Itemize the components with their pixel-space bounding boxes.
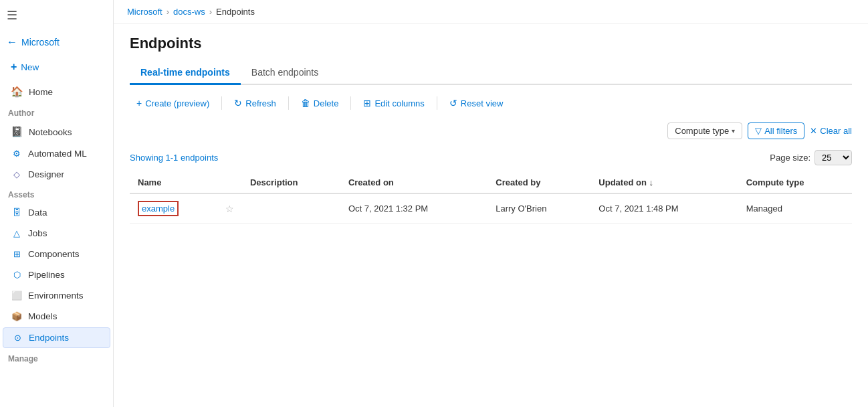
toolbar-sep-2 <box>288 96 289 110</box>
col-header-updated-on[interactable]: Updated on ↓ <box>590 172 738 193</box>
col-header-created-on: Created on <box>340 172 487 193</box>
page-size-select[interactable]: 25 50 100 <box>815 150 852 165</box>
refresh-icon: ↻ <box>234 98 242 108</box>
models-label: Models <box>28 311 58 321</box>
delete-icon: 🗑 <box>301 98 310 108</box>
col-header-compute-type: Compute type <box>738 172 852 193</box>
sidebar-item-designer[interactable]: ◇ Designer <box>3 165 110 184</box>
manage-section-label: Manage <box>0 349 113 366</box>
hamburger-icon: ☰ <box>7 8 17 23</box>
hamburger-menu[interactable]: ☰ <box>0 0 113 31</box>
sidebar-item-environments[interactable]: ⬜ Environments <box>3 286 110 305</box>
sidebar-item-models[interactable]: 📦 Models <box>3 307 110 326</box>
main-content: Microsoft › docs-ws › Endpoints Endpoint… <box>114 0 868 407</box>
tab-batch-label: Batch endpoints <box>251 67 318 78</box>
edit-columns-icon: ⊞ <box>363 98 371 108</box>
designer-label: Designer <box>28 169 64 179</box>
delete-button[interactable]: 🗑 Delete <box>294 94 346 112</box>
row-star-cell: ☆ <box>217 193 242 224</box>
jobs-label: Jobs <box>28 228 47 238</box>
delete-label: Delete <box>314 98 339 108</box>
endpoints-table: Name Description Created on Created by <box>130 172 852 224</box>
table-row: example ☆ Oct 7, 2021 1:32 PM Larry O'Br… <box>130 193 852 224</box>
breadcrumb: Microsoft › docs-ws › Endpoints <box>114 0 868 24</box>
home-icon: 🏠 <box>11 86 23 98</box>
page-size-label: Page size: <box>770 153 810 163</box>
row-compute-type-cell: Managed <box>738 193 852 224</box>
clear-all-label: Clear all <box>820 126 852 136</box>
environments-icon: ⬜ <box>11 291 23 301</box>
sidebar-item-components[interactable]: ⊞ Components <box>3 244 110 264</box>
filter-funnel-icon: ▽ <box>755 126 762 136</box>
environments-label: Environments <box>28 291 84 301</box>
breadcrumb-microsoft[interactable]: Microsoft <box>127 7 162 17</box>
author-section-label: Author <box>0 103 113 120</box>
compute-type-label: Compute type <box>675 126 729 136</box>
breadcrumb-sep-1: › <box>167 7 169 17</box>
all-filters-button[interactable]: ▽ All filters <box>748 123 804 139</box>
sidebar-item-pipelines[interactable]: ⬡ Pipelines <box>3 265 110 284</box>
notebooks-icon: 📓 <box>11 126 23 138</box>
row-name-cell: example <box>130 193 217 224</box>
all-filters-label: All filters <box>764 126 797 136</box>
tabs-bar: Real-time endpoints Batch endpoints <box>130 62 852 85</box>
row-created-by-cell: Larry O'Brien <box>487 193 590 224</box>
sidebar-item-data[interactable]: 🗄 Data <box>3 203 110 222</box>
edit-columns-button[interactable]: ⊞ Edit columns <box>356 94 431 112</box>
sidebar-item-jobs[interactable]: △ Jobs <box>3 224 110 243</box>
sidebar-item-notebooks[interactable]: 📓 Notebooks <box>3 121 110 143</box>
edit-columns-label: Edit columns <box>374 98 424 108</box>
compute-type-filter[interactable]: Compute type ▾ <box>667 123 742 139</box>
refresh-button[interactable]: ↻ Refresh <box>227 94 283 112</box>
designer-icon: ◇ <box>11 169 23 179</box>
toolbar-sep-4 <box>437 96 437 110</box>
page-size-row: Page size: 25 50 100 <box>770 150 852 165</box>
new-label: New <box>21 62 39 72</box>
col-header-star <box>217 172 242 193</box>
reset-view-icon: ↺ <box>449 98 457 108</box>
page-title: Endpoints <box>130 35 852 52</box>
col-header-description: Description <box>242 172 340 193</box>
pipelines-icon: ⬡ <box>11 270 23 280</box>
page-content-area: Endpoints Real-time endpoints Batch endp… <box>114 24 868 407</box>
breadcrumb-sep-2: › <box>209 7 212 17</box>
compute-type-caret-icon: ▾ <box>732 127 735 135</box>
microsoft-link[interactable]: ← Microsoft <box>0 31 113 54</box>
components-label: Components <box>28 249 80 259</box>
col-header-created-by: Created by <box>487 172 590 193</box>
tab-batch[interactable]: Batch endpoints <box>241 62 329 85</box>
showing-text: Showing 1-1 endpoints <box>130 153 218 163</box>
notebooks-label: Notebooks <box>29 127 72 137</box>
refresh-label: Refresh <box>245 98 276 108</box>
automated-ml-icon: ⚙ <box>11 149 23 159</box>
star-icon[interactable]: ☆ <box>225 204 234 214</box>
row-description-cell <box>242 193 340 224</box>
models-icon: 📦 <box>11 311 23 321</box>
breadcrumb-docs-ws[interactable]: docs-ws <box>173 7 205 17</box>
table-header-row: Name Description Created on Created by <box>130 172 852 193</box>
clear-all-button[interactable]: ✕ Clear all <box>810 126 852 136</box>
microsoft-label: Microsoft <box>21 37 60 48</box>
sidebar-item-automated-ml[interactable]: ⚙ Automated ML <box>3 144 110 163</box>
automated-ml-label: Automated ML <box>28 149 87 159</box>
plus-icon: + <box>11 61 17 73</box>
toolbar-sep-3 <box>350 96 351 110</box>
create-button[interactable]: + Create (preview) <box>130 94 216 112</box>
toolbar: + Create (preview) ↻ Refresh 🗑 Delete ⊞ … <box>130 94 852 112</box>
tab-realtime-label: Real-time endpoints <box>140 67 230 78</box>
home-item[interactable]: 🏠 Home <box>3 81 110 102</box>
plus-create-icon: + <box>136 98 142 108</box>
col-header-name: Name <box>130 172 217 193</box>
reset-view-button[interactable]: ↺ Reset view <box>443 94 510 112</box>
tab-realtime[interactable]: Real-time endpoints <box>130 62 241 85</box>
sidebar-item-endpoints[interactable]: ⊙ Endpoints <box>3 327 110 348</box>
reset-view-label: Reset view <box>461 98 504 108</box>
endpoint-link[interactable]: example <box>138 201 179 216</box>
home-label: Home <box>29 87 53 97</box>
pipelines-label: Pipelines <box>28 270 65 280</box>
assets-section-label: Assets <box>0 185 113 202</box>
new-button[interactable]: + New <box>3 56 110 78</box>
endpoints-icon: ⊙ <box>11 333 23 343</box>
clear-all-x-icon: ✕ <box>810 126 817 136</box>
breadcrumb-current: Endpoints <box>216 7 255 17</box>
